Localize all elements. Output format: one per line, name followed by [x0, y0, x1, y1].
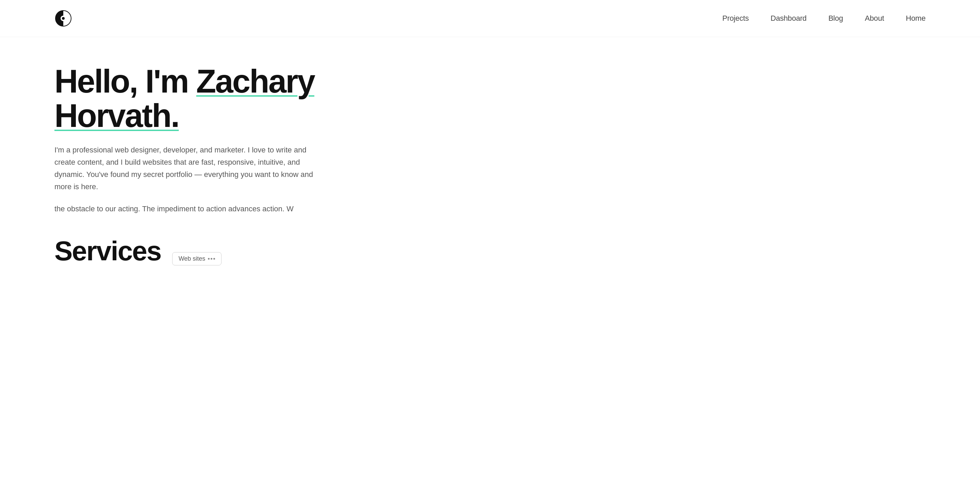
hero-title-line1: Hello, I'm Zachary: [54, 63, 314, 99]
main-content: Hello, I'm Zachary Horvath. I'm a profes…: [0, 37, 476, 287]
hero-description: I'm a professional web designer, develop…: [54, 144, 320, 193]
logo-area[interactable]: [54, 10, 72, 27]
nav-dashboard[interactable]: Dashboard: [771, 14, 807, 23]
services-badge[interactable]: Web sites: [172, 252, 222, 266]
svg-point-2: [62, 17, 65, 20]
nav-home[interactable]: Home: [906, 14, 926, 23]
services-title: Services: [54, 235, 161, 267]
site-header: Projects Dashboard Blog About Home: [0, 0, 980, 37]
services-section: Services Web sites: [54, 235, 422, 267]
hero-title-line2: Horvath.: [54, 99, 179, 133]
logo-icon: [54, 10, 72, 27]
main-nav: Projects Dashboard Blog About Home: [722, 14, 926, 23]
hero-title: Hello, I'm Zachary Horvath.: [54, 64, 422, 133]
nav-projects[interactable]: Projects: [722, 14, 749, 23]
hero-name: Zachary: [196, 63, 314, 99]
nav-about[interactable]: About: [865, 14, 885, 23]
nav-blog[interactable]: Blog: [828, 14, 843, 23]
services-badge-label: Web sites: [179, 255, 205, 262]
hero-quote: the obstacle to our acting. The impedime…: [54, 203, 320, 215]
badge-dots-icon: [208, 258, 215, 259]
